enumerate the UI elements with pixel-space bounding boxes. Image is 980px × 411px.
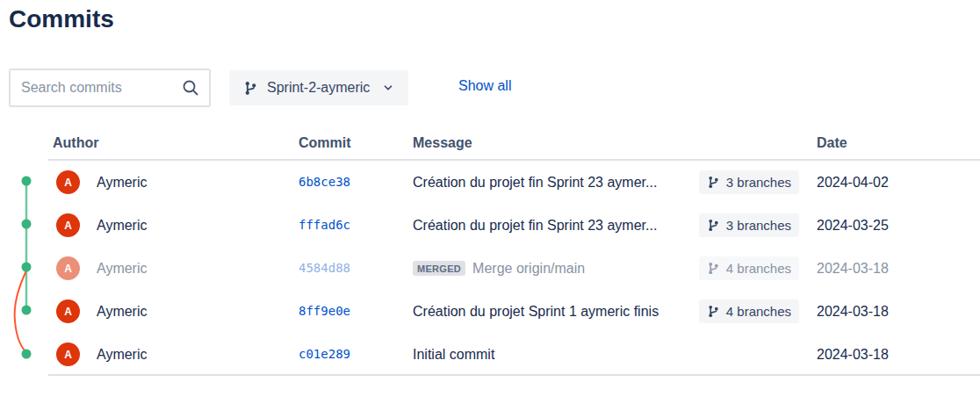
message-cell: Initial commit [413,333,799,376]
message-cell: Création du projet fin Sprint 23 aymer..… [413,204,799,247]
author-avatar[interactable]: A [56,299,80,323]
commit-date: 2024-03-25 [817,204,889,247]
commit-table-row: A Aymeric 8ff9e0e Création du projet Spr… [0,290,980,333]
author-avatar[interactable]: A [56,342,80,366]
column-header-date: Date [817,135,847,151]
commit-hash-link[interactable]: 4584d88 [299,247,350,290]
search-commits-box[interactable] [9,68,211,107]
message-cell: MERGED Merge origin/main 4 branches [413,247,799,290]
branches-lozenge[interactable]: 3 branches [699,213,799,237]
commit-table-row: A Aymeric fffad6c Création du projet fin… [0,204,980,247]
commit-table-row: A Aymeric 4584d88 MERGED Merge origin/ma… [0,247,980,290]
commit-hash-link[interactable]: 6b8ce38 [299,161,350,204]
author-name: Aymeric [97,161,148,204]
commit-message: Initial commit [413,347,494,363]
commit-hash-link[interactable]: 8ff9e0e [299,290,350,333]
commit-hash-link[interactable]: fffad6c [299,204,350,247]
author-name: Aymeric [97,333,148,376]
commits-table: Author Commit Message Date A Aymeric 6b8… [0,130,980,376]
merged-badge: MERGED [413,261,465,276]
branches-count-label: 3 branches [726,218,791,233]
commit-date: 2024-03-18 [817,290,889,333]
page-title: Commits [9,5,114,33]
column-header-message: Message [413,135,472,151]
author-name: Aymeric [97,204,148,247]
commit-date: 2024-04-02 [817,161,889,204]
commit-date: 2024-03-18 [817,247,889,290]
show-all-link[interactable]: Show all [458,78,511,94]
commit-table-row: A Aymeric 6b8ce38 Création du projet fin… [0,161,980,204]
branches-count-label: 4 branches [726,261,791,276]
branch-selector-dropdown[interactable]: Sprint-2-aymeric [229,70,408,105]
commit-message: Création du projet Sprint 1 aymeric fini… [413,304,659,320]
author-avatar[interactable]: A [56,213,80,237]
branches-lozenge[interactable]: 4 branches [699,299,799,323]
git-branch-icon [707,305,720,318]
search-input[interactable] [11,80,181,96]
message-cell: Création du projet Sprint 1 aymeric fini… [413,290,799,333]
commit-message: Création du projet fin Sprint 23 aymer..… [413,218,657,234]
branches-lozenge[interactable]: 3 branches [699,170,799,194]
commit-table-row: A Aymeric c01e289 Initial commit 2024-03… [0,333,980,376]
table-body: A Aymeric 6b8ce38 Création du projet fin… [0,161,980,376]
branches-count-label: 3 branches [726,175,791,190]
author-name: Aymeric [97,247,148,290]
author-avatar[interactable]: A [56,170,80,194]
commit-date: 2024-03-18 [817,333,889,376]
git-branch-icon [243,81,258,96]
column-header-author: Author [53,135,98,151]
git-branch-icon [707,262,720,275]
branch-selector-label: Sprint-2-aymeric [267,80,370,96]
git-branch-icon [707,176,720,189]
branches-lozenge[interactable]: 4 branches [699,256,799,280]
author-name: Aymeric [97,290,148,333]
git-branch-icon [707,219,720,232]
commit-message: Création du projet fin Sprint 23 aymer..… [413,175,657,191]
search-icon [181,78,200,97]
chevron-down-icon [382,82,394,94]
commit-hash-link[interactable]: c01e289 [299,333,350,376]
branches-count-label: 4 branches [726,304,791,319]
author-avatar[interactable]: A [56,256,80,280]
table-header-row: Author Commit Message Date [0,130,980,161]
commit-message: Merge origin/main [472,261,585,277]
column-header-commit: Commit [299,135,351,151]
message-cell: Création du projet fin Sprint 23 aymer..… [413,161,799,204]
